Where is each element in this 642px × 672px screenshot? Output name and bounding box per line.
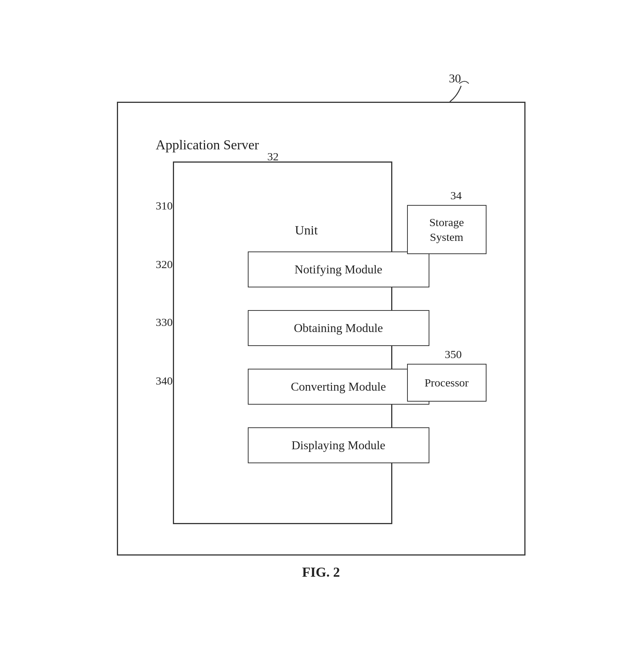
app-server-label: Application Server — [156, 137, 259, 153]
figure-label: FIG. 2 — [302, 564, 340, 580]
storage-system-label: Storage System — [429, 215, 464, 244]
processor-label: Processor — [424, 376, 469, 389]
unit-label: Unit — [295, 223, 318, 237]
ref-34: 34 — [451, 189, 462, 202]
diagram-area: 30 Application Server 32 Unit Notifying … — [94, 71, 548, 601]
converting-module-label: Converting Module — [291, 380, 386, 394]
displaying-module-box: Displaying Module — [248, 427, 429, 463]
ref-340: 340 — [156, 374, 173, 387]
page-container: 30 Application Server 32 Unit Notifying … — [0, 0, 642, 672]
outer-box: Application Server 32 Unit Notifying Mod… — [117, 102, 525, 556]
storage-system-box: Storage System — [407, 205, 487, 254]
notifying-module-label: Notifying Module — [295, 262, 382, 276]
ref-32: 32 — [267, 150, 279, 163]
notifying-module-box: Notifying Module — [248, 251, 429, 287]
displaying-module-label: Displaying Module — [292, 438, 386, 452]
ref-30: 30 — [449, 71, 461, 85]
ref-350: 350 — [445, 348, 462, 361]
processor-box: Processor — [407, 364, 487, 402]
ref-310: 310 — [156, 199, 173, 212]
obtaining-module-label: Obtaining Module — [294, 321, 383, 335]
converting-module-box: Converting Module — [248, 369, 429, 405]
obtaining-module-box: Obtaining Module — [248, 310, 429, 346]
ref-330: 330 — [156, 316, 173, 329]
unit-box: Unit Notifying Module Obtaining Module C… — [173, 161, 392, 524]
ref-320: 320 — [156, 258, 173, 271]
